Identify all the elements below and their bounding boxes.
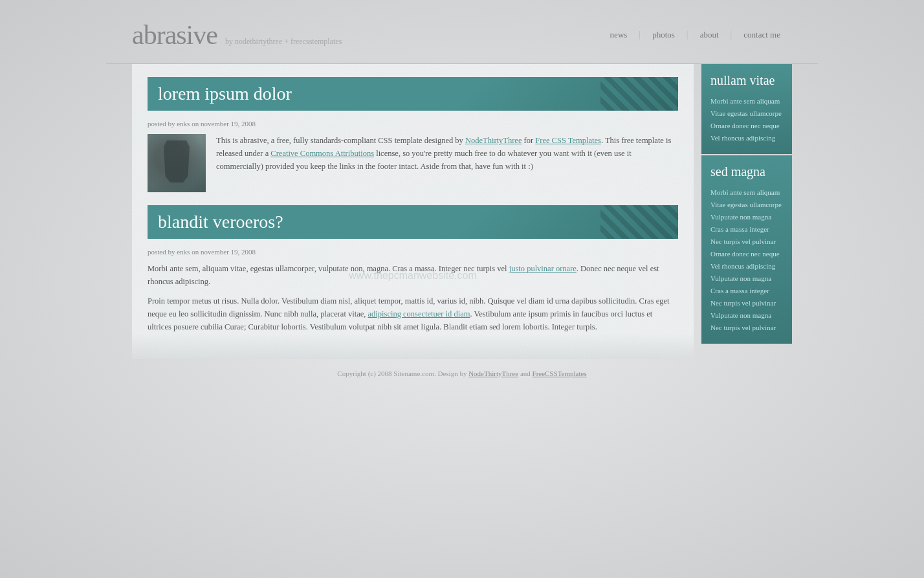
- post-2-para-1: Morbi ante sem, aliquam vitae, egestas u…: [148, 262, 678, 288]
- post-1-header: lorem ipsum dolor: [148, 77, 678, 111]
- sidebar-link[interactable]: Nec turpis vel pulvinar: [710, 299, 776, 307]
- nav-contact[interactable]: contact me: [732, 30, 792, 40]
- post-2-header: blandit veroeros?: [148, 205, 678, 239]
- list-item: Nec turpis vel pulvinar: [710, 236, 783, 247]
- list-item: Vitae egestas ullamcorpe: [710, 199, 783, 210]
- link-nodethirtythree[interactable]: NodeThirtyThree: [465, 136, 522, 145]
- sidebar-link[interactable]: Vitae egestas ullamcorpe: [710, 201, 782, 208]
- link-justo[interactable]: justo pulvinar ornare: [509, 264, 577, 273]
- post-2-meta: posted by enks on november 19, 2008: [148, 245, 678, 262]
- list-item: Vel rhoncus adipiscing: [710, 133, 783, 143]
- main-nav: news | photos | about | contact me: [599, 30, 792, 40]
- nav-about[interactable]: about: [688, 30, 731, 40]
- list-item: Cras a massa integer: [710, 224, 783, 234]
- list-item: Morbi ante sem aliquam: [710, 187, 783, 197]
- sidebar: nullam vitae Morbi ante sem aliquam Vita…: [701, 64, 792, 359]
- sidebar-link[interactable]: Nec turpis vel pulvinar: [710, 324, 776, 331]
- site-subtitle: by nodethirtythree + freecsstemplates: [225, 37, 342, 47]
- sidebar-link[interactable]: Morbi ante sem aliquam: [710, 188, 780, 196]
- sidebar-heading-nullam: nullam vitae: [710, 73, 783, 88]
- list-item: Nec turpis vel pulvinar: [710, 322, 783, 333]
- post-1-image: [148, 134, 206, 192]
- sidebar-link[interactable]: Ornare donec nec neque: [710, 122, 780, 129]
- sidebar-section-nullam: nullam vitae Morbi ante sem aliquam Vita…: [701, 64, 792, 154]
- list-item: Vulputate non magna: [710, 212, 783, 222]
- list-item: Nec turpis vel pulvinar: [710, 298, 783, 308]
- footer-link-node[interactable]: NodeThirtyThree: [468, 370, 518, 377]
- post-2-body: Morbi ante sem, aliquam vitae, egestas u…: [148, 262, 678, 333]
- sidebar-link[interactable]: Vel rhoncus adipiscing: [710, 134, 775, 142]
- post-1-text: This is abrasive, a free, fully standard…: [216, 134, 678, 192]
- post-1-header-bg: lorem ipsum dolor: [148, 77, 678, 111]
- list-item: Vitae egestas ullamcorpe: [710, 108, 783, 118]
- list-item: Vulputate non magna: [710, 273, 783, 283]
- list-item: Vulputate non magna: [710, 310, 783, 320]
- sidebar-link[interactable]: Vel rhoncus adipiscing: [710, 262, 775, 270]
- sidebar-link[interactable]: Nec turpis vel pulvinar: [710, 238, 776, 245]
- link-freecss[interactable]: Free CSS Templates: [535, 136, 601, 145]
- link-adipiscing[interactable]: adipiscing consectetuer id diam: [368, 309, 470, 318]
- site-title-area: abrasive by nodethirtythree + freecsstem…: [132, 19, 342, 50]
- footer-text: Copyright (c) 2008 Sitename.com. Design …: [337, 370, 468, 377]
- footer-link-freecss[interactable]: FreeCSSTemplates: [533, 370, 587, 377]
- content-area: lorem ipsum dolor posted by enks on nove…: [132, 64, 694, 359]
- post-2: blandit veroeros? posted by enks on nove…: [148, 205, 678, 333]
- link-cc[interactable]: Creative Commons Attributions: [270, 149, 374, 158]
- nav-news[interactable]: news: [599, 30, 639, 40]
- sidebar-link[interactable]: Vitae egestas ullamcorpe: [710, 109, 782, 117]
- list-item: Ornare donec nec neque: [710, 120, 783, 131]
- list-item: Ornare donec nec neque: [710, 249, 783, 259]
- nav-photos[interactable]: photos: [641, 30, 687, 40]
- list-item: Cras a massa integer: [710, 285, 783, 296]
- sidebar-links-sed: Morbi ante sem aliquam Vitae egestas ull…: [710, 187, 783, 333]
- sidebar-link[interactable]: Cras a massa integer: [710, 287, 769, 295]
- sidebar-heading-sed: sed magna: [710, 164, 783, 179]
- post-1-meta: posted by enks on november 19, 2008: [148, 117, 678, 134]
- footer: Copyright (c) 2008 Sitename.com. Design …: [106, 359, 818, 388]
- site-title: abrasive: [132, 19, 217, 50]
- sidebar-link[interactable]: Morbi ante sem aliquam: [710, 97, 780, 105]
- post-1-body: This is abrasive, a free, fully standard…: [148, 134, 678, 192]
- post-2-para-2: Proin tempor metus ut risus. Nulla dolor…: [148, 295, 678, 333]
- list-item: Vel rhoncus adipiscing: [710, 261, 783, 271]
- post-1-figure: [160, 140, 193, 183]
- post-1: lorem ipsum dolor posted by enks on nove…: [148, 77, 678, 192]
- sidebar-link[interactable]: Vulputate non magna: [710, 213, 771, 221]
- sidebar-links-nullam: Morbi ante sem aliquam Vitae egestas ull…: [710, 96, 783, 143]
- footer-and: and: [518, 370, 532, 377]
- sidebar-link[interactable]: Vulputate non magna: [710, 274, 771, 282]
- main-layout: lorem ipsum dolor posted by enks on nove…: [106, 64, 818, 359]
- sidebar-link[interactable]: Ornare donec nec neque: [710, 250, 780, 258]
- sidebar-link[interactable]: Cras a massa integer: [710, 225, 769, 233]
- post-1-title: lorem ipsum dolor: [158, 83, 668, 104]
- sidebar-section-sed: sed magna Morbi ante sem aliquam Vitae e…: [701, 155, 792, 344]
- post-2-header-bg: blandit veroeros?: [148, 205, 678, 239]
- header: abrasive by nodethirtythree + freecsstem…: [106, 0, 818, 64]
- post-2-title: blandit veroeros?: [158, 212, 668, 232]
- list-item: Morbi ante sem aliquam: [710, 96, 783, 106]
- sidebar-link[interactable]: Vulputate non magna: [710, 311, 771, 319]
